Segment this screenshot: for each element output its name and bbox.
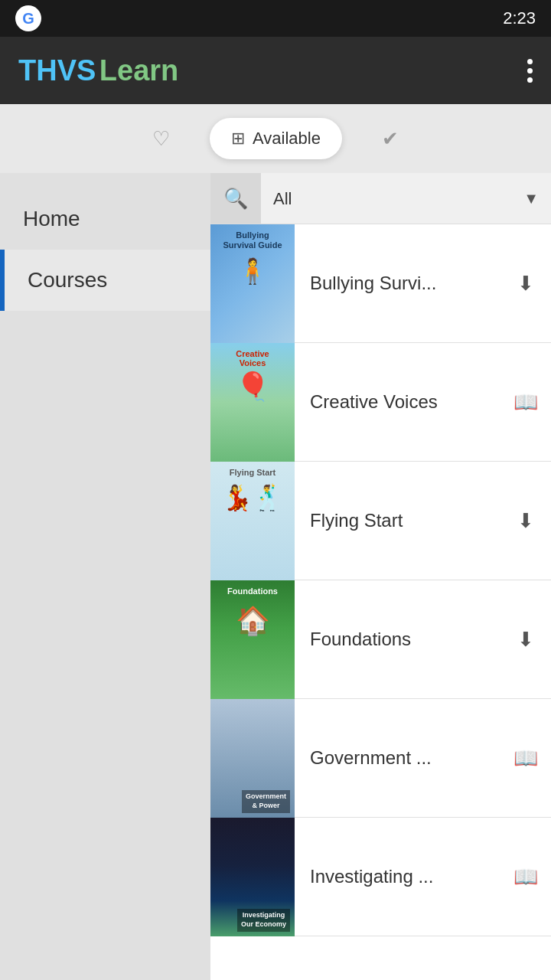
status-time: 2:23 [503, 8, 536, 28]
available-filter-button[interactable]: ⊞ Available [210, 118, 342, 159]
course-title-creative-voices: Creative Voices [295, 391, 500, 413]
search-bar: 🔍 All Available Downloaded ▼ [210, 173, 551, 224]
course-item-flying-start[interactable]: Flying Start 💃🕺 Flying Start ⬇ [210, 462, 551, 580]
course-title-investigating: Investigating ... [295, 866, 500, 887]
certified-filter-button[interactable]: ✔ [360, 116, 420, 162]
more-options-button[interactable] [527, 59, 533, 83]
app-title-thvs: THVS [18, 54, 96, 87]
course-item-bullying[interactable]: BullyingSurvival Guide 🧍 Bullying Survi.… [210, 224, 551, 343]
search-button[interactable]: 🔍 [210, 173, 261, 224]
course-title-government: Government ... [295, 747, 500, 769]
course-thumb-investigating: InvestigatingOur Economy [210, 818, 295, 936]
available-filter-label: Available [253, 129, 321, 149]
book-icon: 📖 [514, 390, 538, 414]
menu-dot [527, 68, 533, 74]
course-action-creative-voices[interactable]: 📖 [500, 390, 551, 414]
course-title-bullying: Bullying Survi... [295, 273, 500, 294]
category-select[interactable]: All Available Downloaded [261, 173, 523, 224]
download-icon: ⬇ [517, 272, 534, 296]
search-icon: 🔍 [223, 187, 248, 211]
course-thumb-creative-voices: CreativeVoices 🎈 [210, 343, 295, 462]
menu-dot [527, 59, 533, 64]
course-item-investigating[interactable]: InvestigatingOur Economy Investigating .… [210, 818, 551, 936]
badge-icon: ✔ [382, 127, 399, 151]
app-title-learn: Learn [99, 54, 178, 87]
course-item-foundations[interactable]: Foundations 🏠 Foundations ⬇ [210, 580, 551, 699]
course-thumb-flying-start: Flying Start 💃🕺 [210, 462, 295, 580]
course-item-creative-voices[interactable]: CreativeVoices 🎈 Creative Voices 📖 [210, 343, 551, 462]
course-thumb-government: Government& Power [210, 699, 295, 818]
book-icon: 📖 [514, 746, 538, 770]
sidebar-item-home[interactable]: Home [0, 188, 210, 250]
course-item-government[interactable]: Government& Power Government ... 📖 [210, 699, 551, 818]
heart-icon: ♡ [152, 127, 170, 151]
sidebar-item-courses[interactable]: Courses [0, 250, 210, 311]
course-action-bullying[interactable]: ⬇ [500, 272, 551, 296]
main-content: Home Courses 🔍 All Available Downloaded … [0, 173, 551, 980]
course-action-foundations[interactable]: ⬇ [500, 628, 551, 652]
course-action-investigating[interactable]: 📖 [500, 865, 551, 889]
course-thumb-bullying: BullyingSurvival Guide 🧍 [210, 224, 295, 343]
book-icon: 📖 [514, 865, 538, 889]
qr-icon: ⊞ [231, 129, 245, 149]
course-title-flying-start: Flying Start [295, 510, 500, 531]
course-action-government[interactable]: 📖 [500, 746, 551, 770]
download-icon: ⬇ [517, 628, 534, 652]
g-logo: G [15, 5, 41, 31]
download-icon: ⬇ [517, 509, 534, 533]
course-list: 🔍 All Available Downloaded ▼ BullyingSur… [210, 173, 551, 980]
app-title: THVS Learn [18, 54, 178, 87]
sidebar: Home Courses [0, 173, 210, 980]
favorites-filter-button[interactable]: ♡ [131, 116, 191, 162]
status-bar-left: G [15, 5, 41, 31]
course-title-foundations: Foundations [295, 629, 500, 650]
course-thumb-foundations: Foundations 🏠 [210, 580, 295, 699]
course-action-flying-start[interactable]: ⬇ [500, 509, 551, 533]
status-bar: G 2:23 [0, 0, 551, 37]
app-bar: THVS Learn [0, 37, 551, 104]
filter-bar: ♡ ⊞ Available ✔ [0, 104, 551, 173]
menu-dot [527, 77, 533, 83]
chevron-down-icon: ▼ [523, 190, 551, 207]
